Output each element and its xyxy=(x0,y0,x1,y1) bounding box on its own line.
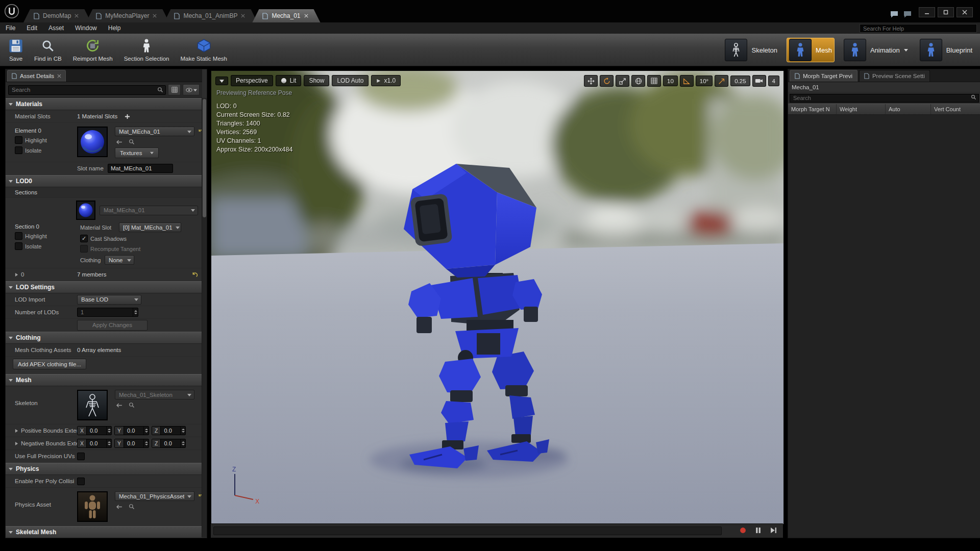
per-poly-collision-checkbox[interactable] xyxy=(77,478,85,485)
maximize-button[interactable] xyxy=(938,7,954,17)
menu-help[interactable]: Help xyxy=(103,24,127,32)
close-icon[interactable] xyxy=(304,14,308,18)
physics-asset-dropdown[interactable]: Mecha_01_PhysicsAsset xyxy=(115,491,194,501)
tab-demomap[interactable]: DemoMap xyxy=(23,9,91,22)
translate-tool-button[interactable] xyxy=(584,75,598,87)
chat-bubble-icon[interactable] xyxy=(890,11,898,18)
lit-button[interactable]: Lit xyxy=(276,75,302,86)
spinner-arrows[interactable] xyxy=(133,308,138,316)
bounds-x-spinner[interactable]: X0.0 xyxy=(77,426,112,435)
preview-viewport[interactable]: Perspective Lit Show LOD Auto x1.0 10 10… xyxy=(211,70,784,524)
mode-skeleton-button[interactable]: Skeleton xyxy=(722,38,780,62)
expander-icon[interactable] xyxy=(15,441,18,446)
section-material-thumbnail[interactable] xyxy=(76,201,95,220)
clothing-dropdown[interactable]: None xyxy=(105,255,134,265)
chevron-down-icon[interactable] xyxy=(904,48,908,52)
show-button[interactable]: Show xyxy=(304,75,329,86)
rotation-snap-toggle-button[interactable] xyxy=(680,75,694,87)
lod-auto-button[interactable]: LOD Auto xyxy=(332,75,369,86)
category-lod0[interactable]: LOD0 xyxy=(6,175,202,187)
close-icon[interactable] xyxy=(153,14,157,18)
category-mesh[interactable]: Mesh xyxy=(6,374,202,386)
bounds-z-spinner[interactable]: Z0.0 xyxy=(152,439,186,448)
help-search-input[interactable] xyxy=(860,24,977,33)
scrollbar-thumb[interactable] xyxy=(203,99,206,217)
column-weight[interactable]: Weight xyxy=(837,104,886,114)
menu-asset[interactable]: Asset xyxy=(43,24,69,32)
camera-speed-button[interactable] xyxy=(752,75,766,87)
timeline-track[interactable] xyxy=(213,527,722,535)
category-materials[interactable]: Materials xyxy=(6,98,202,110)
tab-morph-target-previewer[interactable]: Morph Target Previ xyxy=(790,70,857,82)
slot-name-input[interactable] xyxy=(108,164,173,173)
browse-to-asset-button[interactable] xyxy=(129,504,135,510)
mode-animation-button[interactable]: Animation xyxy=(841,38,911,62)
category-skeletal-mesh[interactable]: Skeletal Mesh xyxy=(6,526,202,538)
playback-speed-button[interactable]: x1.0 xyxy=(371,75,401,86)
tab-mecha-01-animbp[interactable]: Mecha_01_AnimBP xyxy=(164,9,257,22)
column-vert-count[interactable]: Vert Count xyxy=(931,104,980,114)
world-local-toggle-button[interactable] xyxy=(631,75,645,87)
category-physics[interactable]: Physics xyxy=(6,463,202,475)
rotation-snap-value[interactable]: 10° xyxy=(696,76,713,86)
reimport-mesh-button[interactable]: Reimport Mesh xyxy=(67,35,118,64)
view-options-button[interactable] xyxy=(183,84,200,95)
scale-snap-toggle-button[interactable] xyxy=(715,75,728,87)
perspective-button[interactable]: Perspective xyxy=(231,75,273,86)
menu-edit[interactable]: Edit xyxy=(21,24,43,32)
column-auto[interactable]: Auto xyxy=(886,104,931,114)
material-asset-dropdown[interactable]: Mat_MEcha_01 xyxy=(115,127,194,136)
material-slot-dropdown[interactable]: [0] Mat_MEcha_01 xyxy=(119,222,181,232)
minimize-button[interactable] xyxy=(919,7,935,17)
use-selected-asset-button[interactable] xyxy=(116,403,122,408)
section-highlight-checkbox[interactable] xyxy=(15,232,22,240)
expander-icon[interactable] xyxy=(15,272,18,277)
scale-tool-button[interactable] xyxy=(616,75,629,87)
chat-bubble-icon[interactable] xyxy=(903,11,912,18)
textures-dropdown-button[interactable]: Textures xyxy=(115,147,159,158)
asset-details-search-input[interactable] xyxy=(8,85,166,95)
number-of-lods-spinner[interactable]: 1 xyxy=(77,308,138,317)
category-clothing[interactable]: Clothing xyxy=(6,332,202,344)
rotate-tool-button[interactable] xyxy=(600,75,614,87)
browse-to-asset-button[interactable] xyxy=(129,139,135,145)
bounds-y-spinner[interactable]: Y0.0 xyxy=(114,426,149,435)
reset-to-default-icon[interactable] xyxy=(191,272,198,278)
tab-mymechaplayer[interactable]: MyMechaPlayer xyxy=(86,9,169,22)
mode-mesh-button[interactable]: Mesh xyxy=(787,38,835,62)
property-matrix-button[interactable] xyxy=(168,84,181,95)
camera-speed-value[interactable]: 4 xyxy=(768,76,779,86)
viewport-options-button[interactable] xyxy=(215,77,228,85)
asset-details-tab[interactable]: Asset Details xyxy=(7,70,66,82)
physics-asset-thumbnail[interactable] xyxy=(77,491,108,522)
find-in-content-browser-button[interactable]: Find in CB xyxy=(29,35,67,64)
section-selection-button[interactable]: Section Selection xyxy=(118,35,175,64)
skeleton-thumbnail[interactable] xyxy=(77,390,108,420)
material-thumbnail[interactable] xyxy=(77,127,108,157)
bounds-y-spinner[interactable]: Y0.0 xyxy=(114,439,149,448)
menu-file[interactable]: File xyxy=(0,24,21,32)
asset-details-scrollbar[interactable] xyxy=(202,98,207,537)
menu-window[interactable]: Window xyxy=(69,24,103,32)
save-button[interactable]: Save xyxy=(3,35,29,64)
add-apex-clothing-button[interactable]: Add APEX clothing file... xyxy=(13,359,86,369)
grid-snap-toggle-button[interactable] xyxy=(647,75,661,87)
search-icon[interactable] xyxy=(157,87,163,93)
expander-icon[interactable] xyxy=(15,429,18,433)
highlight-checkbox[interactable] xyxy=(15,136,22,144)
close-icon[interactable] xyxy=(75,14,79,18)
use-selected-asset-button[interactable] xyxy=(116,140,122,144)
close-button[interactable] xyxy=(957,7,973,17)
tab-preview-scene-settings[interactable]: Preview Scene Setti xyxy=(859,70,930,82)
isolate-checkbox[interactable] xyxy=(15,146,22,154)
mode-blueprint-button[interactable]: Blueprint xyxy=(917,38,975,62)
pause-button[interactable] xyxy=(755,527,761,534)
use-selected-asset-button[interactable] xyxy=(116,505,122,509)
section-isolate-checkbox[interactable] xyxy=(15,242,22,250)
grid-snap-value[interactable]: 10 xyxy=(663,76,678,86)
section-material-dropdown[interactable]: Mat_MEcha_01 xyxy=(100,206,198,215)
recompute-tangent-checkbox[interactable] xyxy=(80,245,88,253)
category-lod-settings[interactable]: LOD Settings xyxy=(6,281,202,293)
bounds-z-spinner[interactable]: Z0.0 xyxy=(152,426,186,435)
search-icon[interactable] xyxy=(971,94,976,100)
